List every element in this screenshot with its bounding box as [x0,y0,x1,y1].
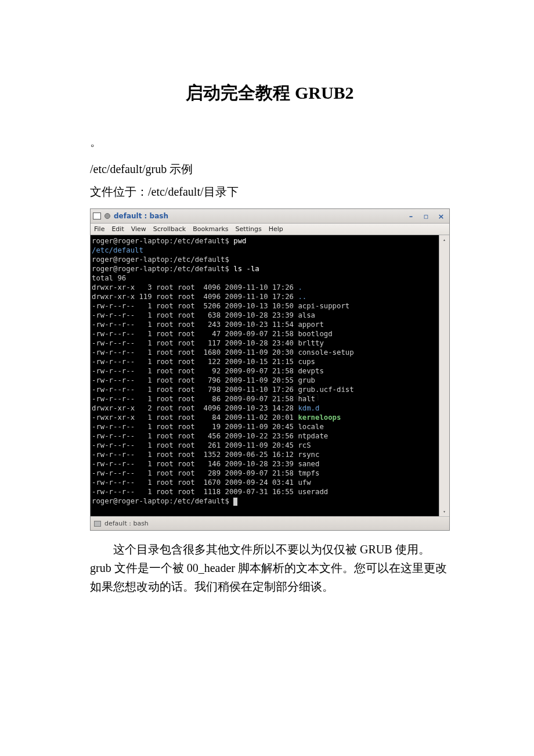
heading-location: 文件位于：/etc/default/目录下 [90,184,450,200]
maximize-button[interactable]: ▫ [420,211,432,221]
menu-settings[interactable]: Settings [236,225,262,233]
taskbar: default : bash [91,516,449,530]
taskbar-label[interactable]: default : bash [104,520,149,527]
period-mark: 。 [90,134,450,150]
menu-file[interactable]: File [94,225,104,233]
document-title: 启动完全教程 GRUB2 [90,81,450,105]
terminal-window: default : bash – ▫ × File Edit View Scro… [90,208,450,531]
window-icon [93,213,101,219]
window-title: default : bash [114,212,168,220]
scroll-down-icon[interactable]: ▼ [439,507,449,516]
scrollbar[interactable]: ▲ ▼ [439,235,449,516]
menu-help[interactable]: Help [269,225,283,233]
heading-example: /etc/default/grub 示例 [90,161,450,177]
close-button[interactable]: × [435,211,447,221]
menu-bookmarks[interactable]: Bookmarks [193,225,228,233]
menu-scrollback[interactable]: Scrollback [153,225,186,233]
body-paragraph: 这个目录包含很多其他文件所以不要以为仅仅被 GRUB 使用。grub 文件是一个… [90,540,450,596]
menu-view[interactable]: View [131,225,146,233]
menu-edit[interactable]: Edit [111,225,124,233]
window-titlebar[interactable]: default : bash – ▫ × [91,209,449,224]
session-icon [104,213,110,219]
menu-bar: File Edit View Scrollback Bookmarks Sett… [91,224,449,235]
taskbar-icon [94,521,101,527]
minimize-button[interactable]: – [405,211,417,221]
scroll-up-icon[interactable]: ▲ [439,235,449,244]
terminal-content[interactable]: roger@roger-laptop:/etc/default$ pwd /et… [91,235,439,516]
